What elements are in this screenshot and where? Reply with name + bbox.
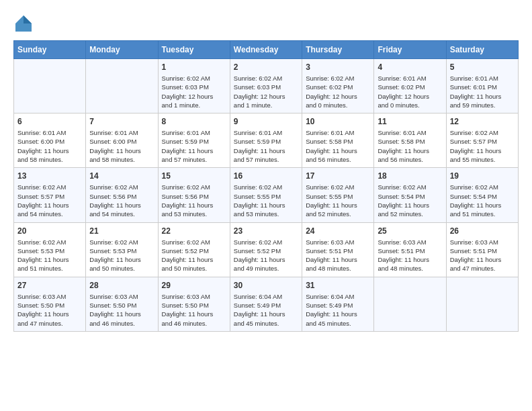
day-info: Sunrise: 6:02 AM Sunset: 5:54 PM Dayligh…: [450, 183, 515, 218]
calendar-day-cell: [446, 277, 518, 331]
day-number: 8: [162, 117, 226, 126]
day-info: Sunrise: 6:03 AM Sunset: 5:50 PM Dayligh…: [17, 292, 82, 328]
day-number: 20: [17, 226, 82, 236]
day-info: Sunrise: 6:03 AM Sunset: 5:50 PM Dayligh…: [162, 292, 226, 328]
calendar-day-cell: 30Sunrise: 6:04 AM Sunset: 5:49 PM Dayli…: [230, 277, 302, 331]
day-number: 26: [450, 226, 515, 236]
day-info: Sunrise: 6:02 AM Sunset: 6:02 PM Dayligh…: [306, 74, 370, 109]
day-info: Sunrise: 6:03 AM Sunset: 5:51 PM Dayligh…: [450, 238, 515, 273]
day-info: Sunrise: 6:02 AM Sunset: 5:54 PM Dayligh…: [378, 183, 442, 218]
day-info: Sunrise: 6:02 AM Sunset: 5:57 PM Dayligh…: [17, 183, 82, 218]
calendar-day-cell: 17Sunrise: 6:02 AM Sunset: 5:55 PM Dayli…: [302, 168, 374, 222]
day-number: 18: [378, 171, 442, 181]
calendar-day-cell: 12Sunrise: 6:02 AM Sunset: 5:57 PM Dayli…: [446, 113, 518, 168]
calendar-day-cell: 20Sunrise: 6:02 AM Sunset: 5:53 PM Dayli…: [14, 222, 86, 277]
calendar-day-cell: 2Sunrise: 6:02 AM Sunset: 6:03 PM Daylig…: [230, 59, 302, 113]
calendar-day-cell: 11Sunrise: 6:01 AM Sunset: 5:58 PM Dayli…: [374, 113, 446, 168]
day-info: Sunrise: 6:02 AM Sunset: 5:56 PM Dayligh…: [162, 183, 226, 218]
logo-icon: [13, 13, 34, 34]
day-info: Sunrise: 6:03 AM Sunset: 5:50 PM Dayligh…: [89, 292, 154, 328]
calendar-day-cell: 9Sunrise: 6:01 AM Sunset: 5:59 PM Daylig…: [230, 113, 302, 168]
day-number: 1: [162, 62, 226, 72]
calendar-day-header: Friday: [374, 41, 446, 59]
day-number: 29: [162, 281, 226, 290]
day-info: Sunrise: 6:03 AM Sunset: 5:51 PM Dayligh…: [306, 238, 370, 273]
calendar-day-cell: 27Sunrise: 6:03 AM Sunset: 5:50 PM Dayli…: [14, 277, 86, 331]
calendar-day-cell: 4Sunrise: 6:01 AM Sunset: 6:02 PM Daylig…: [374, 59, 446, 113]
day-number: 9: [234, 117, 298, 126]
calendar-day-cell: 10Sunrise: 6:01 AM Sunset: 5:58 PM Dayli…: [302, 113, 374, 168]
calendar-day-cell: 14Sunrise: 6:02 AM Sunset: 5:56 PM Dayli…: [86, 168, 158, 222]
calendar-day-cell: [14, 59, 86, 113]
calendar-day-header: Saturday: [446, 41, 518, 59]
day-number: 23: [234, 226, 298, 236]
calendar-day-cell: 19Sunrise: 6:02 AM Sunset: 5:54 PM Dayli…: [446, 168, 518, 222]
calendar-day-cell: 8Sunrise: 6:01 AM Sunset: 5:59 PM Daylig…: [158, 113, 230, 168]
calendar-day-cell: 7Sunrise: 6:01 AM Sunset: 6:00 PM Daylig…: [86, 113, 158, 168]
day-info: Sunrise: 6:01 AM Sunset: 6:00 PM Dayligh…: [89, 128, 154, 164]
day-info: Sunrise: 6:04 AM Sunset: 5:49 PM Dayligh…: [306, 292, 370, 328]
calendar-day-cell: 29Sunrise: 6:03 AM Sunset: 5:50 PM Dayli…: [158, 277, 230, 331]
calendar-day-header: Monday: [86, 41, 158, 59]
day-info: Sunrise: 6:02 AM Sunset: 5:55 PM Dayligh…: [306, 183, 370, 218]
day-info: Sunrise: 6:02 AM Sunset: 6:03 PM Dayligh…: [162, 74, 226, 109]
calendar-day-cell: 23Sunrise: 6:02 AM Sunset: 5:52 PM Dayli…: [230, 222, 302, 277]
calendar-header-row: SundayMondayTuesdayWednesdayThursdayFrid…: [14, 41, 519, 59]
day-number: 15: [162, 171, 226, 181]
day-number: 25: [378, 226, 442, 236]
day-number: 3: [306, 62, 370, 72]
page-header: [13, 13, 519, 34]
day-number: 2: [234, 62, 298, 72]
day-number: 6: [17, 117, 82, 126]
day-number: 22: [162, 226, 226, 236]
calendar-table: SundayMondayTuesdayWednesdayThursdayFrid…: [13, 40, 519, 332]
calendar-week-row: 13Sunrise: 6:02 AM Sunset: 5:57 PM Dayli…: [14, 168, 519, 222]
day-number: 28: [89, 281, 154, 290]
calendar-day-cell: [86, 59, 158, 113]
day-info: Sunrise: 6:02 AM Sunset: 5:52 PM Dayligh…: [234, 238, 298, 273]
calendar-week-row: 6Sunrise: 6:01 AM Sunset: 6:00 PM Daylig…: [14, 113, 519, 168]
day-info: Sunrise: 6:02 AM Sunset: 5:55 PM Dayligh…: [234, 183, 298, 218]
day-info: Sunrise: 6:02 AM Sunset: 6:03 PM Dayligh…: [234, 74, 298, 109]
calendar-day-cell: 15Sunrise: 6:02 AM Sunset: 5:56 PM Dayli…: [158, 168, 230, 222]
calendar-week-row: 1Sunrise: 6:02 AM Sunset: 6:03 PM Daylig…: [14, 59, 519, 113]
calendar-day-cell: 1Sunrise: 6:02 AM Sunset: 6:03 PM Daylig…: [158, 59, 230, 113]
calendar-day-header: Thursday: [302, 41, 374, 59]
day-info: Sunrise: 6:01 AM Sunset: 5:59 PM Dayligh…: [162, 128, 226, 164]
day-info: Sunrise: 6:02 AM Sunset: 5:56 PM Dayligh…: [89, 183, 154, 218]
day-number: 4: [378, 62, 442, 72]
calendar-day-cell: 16Sunrise: 6:02 AM Sunset: 5:55 PM Dayli…: [230, 168, 302, 222]
day-number: 31: [306, 281, 370, 290]
day-info: Sunrise: 6:04 AM Sunset: 5:49 PM Dayligh…: [234, 292, 298, 328]
day-info: Sunrise: 6:01 AM Sunset: 6:01 PM Dayligh…: [450, 74, 515, 109]
svg-marker-1: [24, 15, 32, 24]
day-number: 10: [306, 117, 370, 126]
calendar-day-cell: 24Sunrise: 6:03 AM Sunset: 5:51 PM Dayli…: [302, 222, 374, 277]
calendar-day-cell: 18Sunrise: 6:02 AM Sunset: 5:54 PM Dayli…: [374, 168, 446, 222]
day-number: 13: [17, 171, 82, 181]
calendar-week-row: 27Sunrise: 6:03 AM Sunset: 5:50 PM Dayli…: [14, 277, 519, 331]
day-info: Sunrise: 6:01 AM Sunset: 5:58 PM Dayligh…: [306, 128, 370, 164]
calendar-day-cell: 6Sunrise: 6:01 AM Sunset: 6:00 PM Daylig…: [14, 113, 86, 168]
calendar-day-header: Sunday: [14, 41, 86, 59]
calendar-day-cell: 5Sunrise: 6:01 AM Sunset: 6:01 PM Daylig…: [446, 59, 518, 113]
day-number: 16: [234, 171, 298, 181]
day-number: 7: [89, 117, 154, 126]
day-info: Sunrise: 6:01 AM Sunset: 6:00 PM Dayligh…: [17, 128, 82, 164]
day-number: 17: [306, 171, 370, 181]
day-number: 5: [450, 62, 515, 72]
day-info: Sunrise: 6:01 AM Sunset: 5:59 PM Dayligh…: [234, 128, 298, 164]
logo: [13, 13, 36, 34]
day-number: 12: [450, 117, 515, 126]
day-number: 11: [378, 117, 442, 126]
calendar-day-cell: 21Sunrise: 6:02 AM Sunset: 5:53 PM Dayli…: [86, 222, 158, 277]
day-number: 19: [450, 171, 515, 181]
calendar-day-cell: 31Sunrise: 6:04 AM Sunset: 5:49 PM Dayli…: [302, 277, 374, 331]
calendar-day-cell: 25Sunrise: 6:03 AM Sunset: 5:51 PM Dayli…: [374, 222, 446, 277]
calendar-day-cell: [374, 277, 446, 331]
day-info: Sunrise: 6:02 AM Sunset: 5:53 PM Dayligh…: [89, 238, 154, 273]
calendar-day-header: Wednesday: [230, 41, 302, 59]
calendar-day-cell: 3Sunrise: 6:02 AM Sunset: 6:02 PM Daylig…: [302, 59, 374, 113]
calendar-day-cell: 22Sunrise: 6:02 AM Sunset: 5:52 PM Dayli…: [158, 222, 230, 277]
calendar-day-cell: 26Sunrise: 6:03 AM Sunset: 5:51 PM Dayli…: [446, 222, 518, 277]
